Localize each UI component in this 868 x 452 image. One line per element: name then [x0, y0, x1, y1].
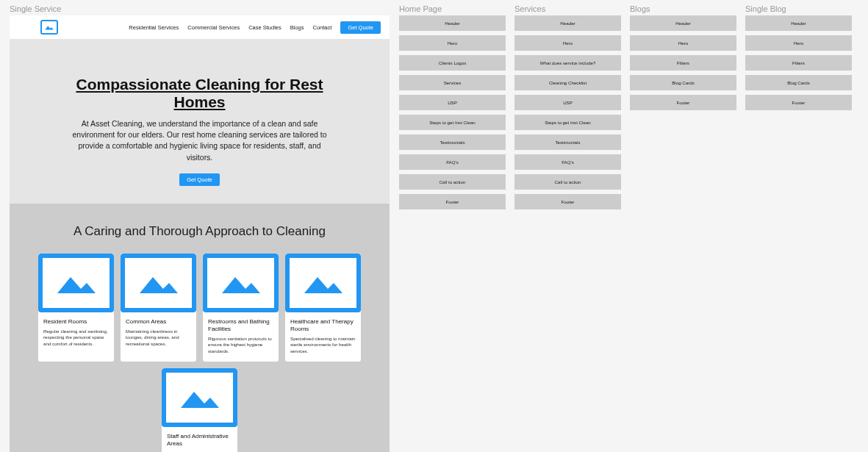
nav-links: Residential Services Commercial Services… [129, 24, 331, 31]
frame-label: Blogs [630, 4, 736, 13]
wireframe-block[interactable]: Blog Cards [630, 75, 736, 90]
card-image [121, 254, 196, 312]
image-icon [44, 24, 54, 31]
wireframe-block[interactable]: FAQ's [399, 154, 506, 170]
frame-single-service: Single Service Residential Services Comm… [10, 4, 390, 452]
wireframe-block[interactable]: Footer [745, 95, 852, 110]
card-title: Common Areas [126, 318, 191, 326]
wireframe-block[interactable]: Header [514, 15, 621, 31]
wireframe-block[interactable]: Cleaning Checklist [514, 75, 621, 90]
get-quote-button[interactable]: Get Quote [340, 21, 381, 34]
image-icon [219, 270, 263, 296]
image-icon [137, 270, 181, 296]
svg-marker-3 [222, 277, 260, 293]
stack-home: HeaderHeroClients LogosServicesUSPSteps … [399, 15, 506, 209]
svg-marker-1 [57, 277, 96, 293]
nav-link[interactable]: Residential Services [129, 24, 179, 31]
wireframe-block[interactable]: Hero [514, 35, 621, 51]
service-card[interactable]: Common Areas Maintaining cleanliness in … [121, 254, 196, 362]
wireframe-block[interactable]: Blog Cards [745, 75, 852, 90]
wireframe-block[interactable]: Hero [630, 35, 736, 51]
wireframe-block[interactable]: Filters [630, 55, 736, 71]
svg-marker-4 [304, 277, 342, 293]
image-icon [178, 384, 222, 411]
stack-blogs: HeaderHeroFiltersBlog CardsFooter [630, 15, 736, 110]
wireframe-block[interactable]: Steps to get Inst Clean [399, 115, 506, 130]
wireframe-block[interactable]: Footer [630, 95, 736, 110]
wireframe-block[interactable]: Testimonials [514, 134, 621, 150]
wireframe-block[interactable]: USP [514, 95, 621, 110]
wireframe-block[interactable]: Services [399, 75, 506, 90]
card-desc: Specialised cleaning to maintain sterile… [290, 336, 356, 354]
stack-services: HeaderHeroWhat does service include?Clea… [514, 15, 621, 209]
frame-label: Home Page [399, 4, 506, 13]
hero-body: At Asset Cleaning, we understand the imp… [68, 118, 332, 163]
wireframe-block[interactable]: Testimonials [399, 134, 506, 150]
nav-link[interactable]: Blogs [290, 24, 304, 31]
nav-link[interactable]: Commercial Services [187, 24, 240, 31]
wireframe-block[interactable]: Clients Logos [399, 55, 506, 71]
card-desc: Maintaining cleanliness in lounges, dini… [126, 329, 191, 347]
card-desc: Rigorous sanitation protocols to ensure … [208, 336, 273, 354]
frame-blogs: Blogs HeaderHeroFiltersBlog CardsFooter [630, 4, 736, 110]
section-heading: A Caring and Thorough Approach to Cleani… [29, 224, 370, 239]
card-title: Resident Rooms [43, 318, 109, 326]
hero-cta-button[interactable]: Get Quote [179, 173, 220, 186]
frame-label: Single Blog [745, 4, 852, 13]
wireframe-block[interactable]: Call to action [514, 174, 621, 190]
wireframe-block[interactable]: Call to action [399, 174, 506, 190]
stack-single-blog: HeaderHeroFiltersBlog CardsFooter [745, 15, 852, 110]
card-title: Staff and Administrative Areas [167, 433, 232, 448]
service-card[interactable]: Staff and Administrative Areas Keeping w… [162, 368, 237, 452]
logo[interactable] [40, 20, 58, 35]
image-icon [54, 270, 98, 296]
service-card[interactable]: Resident Rooms Regular cleaning and sani… [38, 254, 114, 362]
nav-link[interactable]: Case Studies [248, 24, 281, 31]
wireframe-block[interactable]: Steps to get Inst Clean [514, 115, 621, 130]
card-title: Healthcare and Therapy Rooms [290, 318, 356, 333]
svg-marker-2 [140, 277, 178, 293]
service-card[interactable]: Healthcare and Therapy Rooms Specialised… [285, 254, 361, 362]
wireframe-block[interactable]: Filters [745, 55, 852, 71]
wireframe-block[interactable]: Hero [745, 35, 852, 51]
wireframe-block[interactable]: Footer [514, 194, 621, 209]
image-icon [301, 270, 345, 296]
navbar: Residential Services Commercial Services… [10, 15, 390, 39]
frame-home-page: Home Page HeaderHeroClients LogosService… [399, 4, 506, 209]
frame-services: Services HeaderHeroWhat does service inc… [514, 4, 621, 209]
card-image [38, 254, 114, 312]
wireframe-block[interactable]: Header [745, 15, 852, 31]
hero-section: Compassionate Cleaning for Rest Homes At… [10, 39, 390, 204]
svg-marker-5 [181, 392, 219, 408]
approach-section: A Caring and Thorough Approach to Cleani… [10, 204, 390, 452]
card-title: Restrooms and Bathing Facilities [208, 318, 273, 333]
card-desc: Regular cleaning and sanitising, respect… [43, 329, 109, 347]
wireframe-block[interactable]: Header [399, 15, 506, 31]
wireframe-block[interactable]: Hero [399, 35, 506, 51]
frame-single-blog: Single Blog HeaderHeroFiltersBlog CardsF… [745, 4, 852, 110]
hero-title: Compassionate Cleaning for Rest Homes [54, 76, 345, 111]
frame-label: Services [514, 4, 621, 13]
card-image [162, 368, 237, 427]
wireframe-block[interactable]: Footer [399, 194, 506, 209]
card-image [285, 254, 361, 312]
wireframe-block[interactable]: Header [630, 15, 736, 31]
service-card[interactable]: Restrooms and Bathing Facilities Rigorou… [203, 254, 279, 362]
frame-label: Single Service [10, 4, 390, 13]
card-image [203, 254, 279, 312]
nav-link[interactable]: Contact [313, 24, 332, 31]
wireframe-block[interactable]: FAQ's [514, 154, 621, 170]
wireframe-block[interactable]: What does service include? [514, 55, 621, 71]
wireframe-block[interactable]: USP [399, 95, 506, 110]
svg-marker-0 [45, 26, 54, 29]
cards-container: Resident Rooms Regular cleaning and sani… [29, 254, 370, 452]
